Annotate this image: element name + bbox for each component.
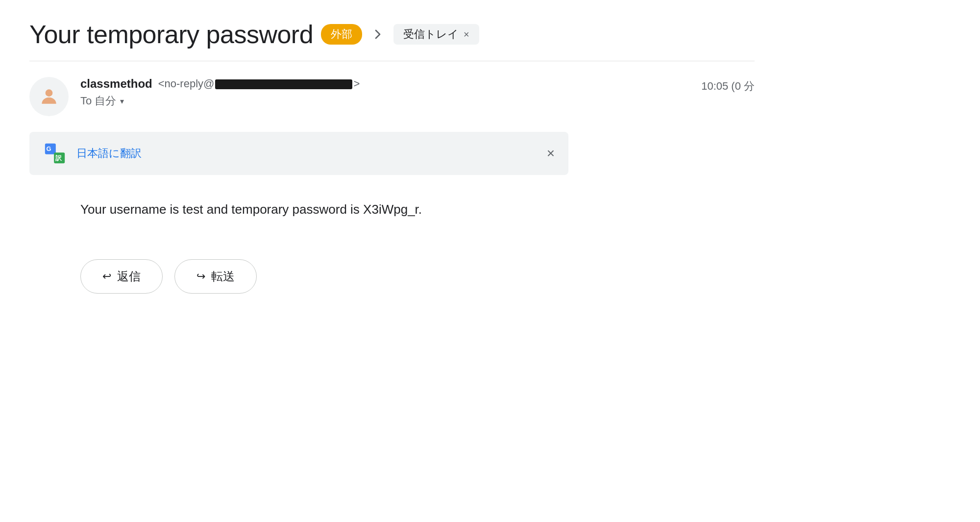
translate-close-button[interactable]: × bbox=[547, 146, 555, 161]
svg-point-0 bbox=[46, 89, 53, 97]
sender-name-row: classmethod <no-reply@> bbox=[80, 77, 689, 91]
dropdown-icon[interactable]: ▾ bbox=[120, 97, 124, 106]
reply-icon: ↩ bbox=[102, 270, 111, 283]
sender-section: classmethod <no-reply@> To 自分 ▾ 10:05 (0… bbox=[29, 77, 755, 116]
inbox-badge[interactable]: 受信トレイ × bbox=[393, 24, 479, 45]
email-timestamp: 10:05 (0 分 bbox=[701, 77, 755, 94]
translation-bar: G 訳 日本語に翻訳 × bbox=[29, 132, 568, 175]
email-header: Your temporary password 外部 受信トレイ × bbox=[29, 20, 755, 61]
to-row[interactable]: To 自分 ▾ bbox=[80, 94, 689, 108]
redacted-email bbox=[215, 79, 352, 89]
sender-avatar bbox=[29, 77, 69, 116]
email-title: Your temporary password bbox=[29, 20, 313, 49]
svg-text:訳: 訳 bbox=[55, 154, 62, 162]
person-icon bbox=[38, 86, 60, 107]
forward-arrow-icon bbox=[370, 26, 386, 42]
action-buttons: ↩ 返信 ↪ 転送 bbox=[29, 259, 755, 294]
external-badge: 外部 bbox=[321, 24, 362, 45]
sender-info: classmethod <no-reply@> To 自分 ▾ bbox=[80, 77, 689, 108]
google-translate-icon: G 訳 bbox=[43, 142, 67, 165]
svg-text:G: G bbox=[47, 145, 51, 152]
email-body-text: Your username is test and temporary pass… bbox=[80, 199, 755, 220]
translate-link[interactable]: 日本語に翻訳 bbox=[76, 146, 537, 161]
forward-label: 転送 bbox=[211, 269, 235, 284]
forward-button[interactable]: ↪ 転送 bbox=[174, 259, 257, 294]
sender-email: <no-reply@> bbox=[158, 77, 360, 90]
email-body: Your username is test and temporary pass… bbox=[29, 199, 755, 220]
forward-icon: ↪ bbox=[196, 270, 205, 283]
reply-button[interactable]: ↩ 返信 bbox=[80, 259, 163, 294]
sender-name: classmethod bbox=[80, 77, 152, 91]
to-label: To 自分 bbox=[80, 94, 116, 108]
inbox-close-icon[interactable]: × bbox=[464, 29, 469, 40]
reply-label: 返信 bbox=[117, 269, 141, 284]
inbox-label: 受信トレイ bbox=[403, 27, 459, 42]
